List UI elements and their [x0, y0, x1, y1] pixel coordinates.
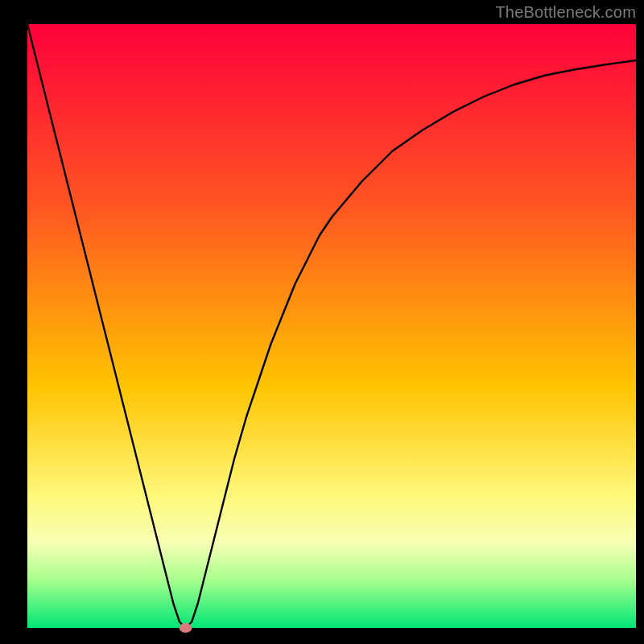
watermark-label: TheBottleneck.com — [495, 3, 636, 22]
chart-stage: TheBottleneck.com — [0, 0, 644, 644]
bottleneck-line-chart — [0, 0, 644, 644]
minimum-marker — [180, 623, 192, 633]
gradient-background — [27, 24, 636, 628]
